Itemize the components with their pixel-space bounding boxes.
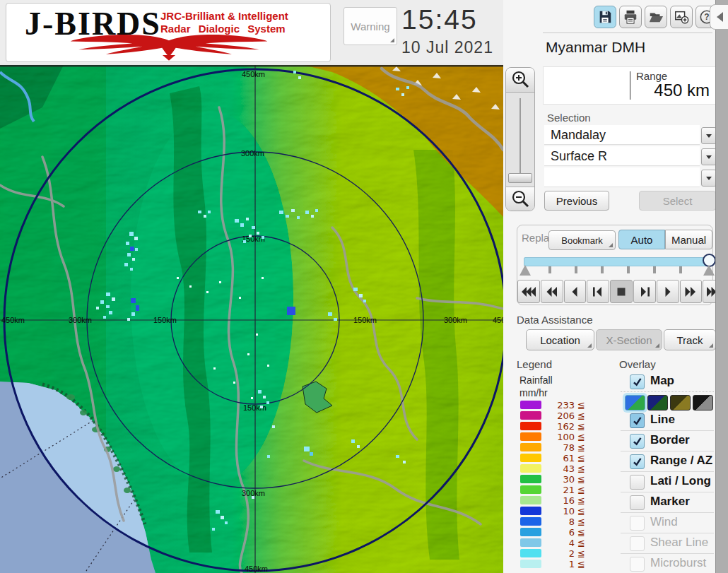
rain-cell [311, 215, 314, 218]
slider-tick [653, 266, 656, 273]
rain-cell [258, 390, 262, 394]
range-end-marker[interactable] [703, 265, 715, 276]
legend-title: Rainfall [519, 374, 553, 386]
rain-cell [363, 300, 366, 302]
play-button[interactable] [657, 280, 679, 303]
map-style-swatch-1[interactable] [625, 395, 645, 410]
zoom-out-button[interactable] [506, 187, 534, 211]
range-start-marker[interactable] [519, 265, 531, 276]
print-button[interactable] [619, 6, 642, 28]
separator [621, 492, 714, 492]
rain-cell [100, 300, 104, 304]
checkbox-line[interactable] [630, 413, 645, 428]
map-style-swatch-2[interactable] [647, 395, 668, 410]
chevron-down-icon [706, 134, 712, 138]
rain-cell [396, 88, 399, 90]
checkbox-range-az[interactable] [630, 454, 645, 469]
separator [621, 553, 714, 554]
replay-slider-track[interactable] [524, 257, 708, 266]
separator [621, 430, 714, 431]
app-logo: J-BIRDS JRC-Brilliant & Intelligent Rada… [6, 3, 331, 62]
data-assistance-label: Data Assistance [517, 314, 593, 326]
rain-cell [204, 215, 206, 218]
slider-tick [679, 266, 682, 273]
chevron-left-icon [717, 12, 723, 22]
step-forward-button[interactable] [633, 280, 656, 303]
checkbox-border[interactable] [630, 434, 645, 449]
legend-row: 30 ≦ [520, 474, 598, 485]
legend-row: 16 ≦ [520, 495, 598, 506]
legend-row: 1 ≦ [520, 559, 598, 569]
rain-cell [351, 439, 355, 443]
selection-dropdown-1[interactable] [701, 127, 717, 144]
rain-cell [257, 232, 259, 235]
checkbox-map[interactable] [630, 374, 645, 389]
rain-cell [219, 281, 221, 283]
panel-collapse-button[interactable] [710, 4, 728, 30]
play-reverse-button[interactable] [564, 280, 587, 303]
selection-field-3[interactable] [544, 167, 700, 187]
checkbox-marker[interactable] [630, 495, 645, 510]
legend-value: 1 ≦ [544, 559, 585, 569]
rain-cell [106, 305, 110, 308]
forward-icon [683, 286, 698, 297]
separator [621, 533, 714, 533]
save-icon [597, 9, 613, 25]
rain-cell [136, 305, 139, 311]
rain-cell [252, 226, 255, 229]
step-back-button[interactable] [587, 280, 609, 303]
stop-button[interactable] [610, 280, 633, 303]
overlay-row-lati-long: Lati / Long [619, 474, 715, 491]
rain-cell [246, 218, 249, 220]
rain-cell [272, 425, 275, 428]
save-button[interactable] [594, 6, 616, 28]
manual-button[interactable]: Manual [665, 230, 712, 249]
menu-corner-icon [709, 343, 713, 348]
rain-cell [177, 277, 179, 279]
legend-value: 21 ≦ [544, 485, 585, 495]
rewind-button[interactable] [541, 280, 563, 303]
rain-cell [225, 521, 228, 524]
track-button[interactable]: Track [664, 329, 716, 350]
legend-value: 30 ≦ [544, 474, 585, 485]
selection-dropdown-2[interactable] [701, 148, 717, 165]
print-icon [623, 9, 638, 25]
checkbox-wind [630, 516, 645, 531]
selection-dropdown-3[interactable] [701, 170, 717, 187]
rain-cell [279, 211, 283, 214]
selection-field-2[interactable]: Surface R [544, 146, 700, 166]
zoom-slider-track[interactable] [506, 93, 534, 186]
magnifier-minus-icon [511, 190, 529, 208]
legend-row: 10 ≦ [520, 506, 598, 516]
capture-button[interactable] [670, 6, 693, 28]
open-button[interactable] [645, 6, 667, 28]
map-style-swatch-3[interactable] [670, 395, 691, 410]
location-button[interactable]: Location [526, 329, 594, 350]
selection-field-1[interactable]: Mandalay [544, 125, 700, 145]
bookmark-button[interactable]: Bookmark [548, 230, 616, 250]
forward-button[interactable] [680, 280, 703, 303]
play-icon [660, 286, 676, 297]
legend-row: 8 ≦ [520, 516, 598, 527]
ring-label: 450km [493, 316, 503, 324]
overlay-label: Overlay [619, 358, 656, 370]
zoom-slider-handle[interactable] [508, 173, 532, 183]
range-box: Range 450 km [543, 66, 717, 105]
warning-button[interactable]: Warning [344, 7, 397, 45]
legend-row: 78 ≦ [520, 442, 598, 453]
checkbox-lati-long[interactable] [630, 475, 645, 490]
select-button[interactable]: Select [639, 191, 716, 211]
legend-row: 61 ≦ [520, 453, 598, 463]
legend-swatch [520, 507, 541, 515]
zoom-in-button[interactable] [506, 68, 534, 93]
map-style-swatch-4[interactable] [693, 395, 713, 410]
magnifier-plus-icon [511, 71, 529, 89]
rain-cell [129, 232, 134, 236]
auto-button[interactable]: Auto [618, 230, 665, 249]
rewind-fast-button[interactable] [517, 280, 540, 303]
rain-cell [249, 235, 252, 237]
previous-button[interactable]: Previous [544, 191, 609, 211]
rain-cell [189, 285, 192, 288]
radar-map[interactable]: 450km300km150km150km300km450km450km300km… [0, 65, 503, 573]
xsection-button[interactable]: X-Section [596, 329, 662, 350]
